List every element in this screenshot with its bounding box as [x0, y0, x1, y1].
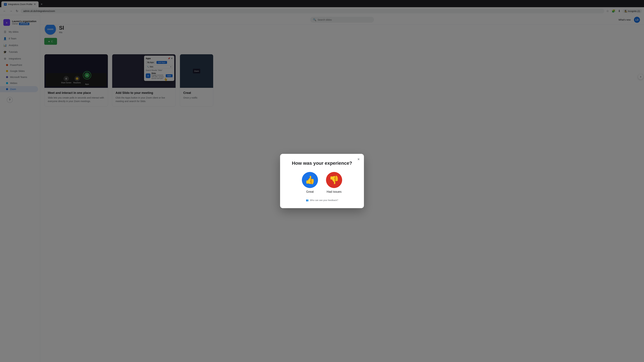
feedback-options: 👍 Great 👎 Had issues: [288, 172, 356, 194]
issues-option[interactable]: 👎 Had issues: [326, 172, 342, 194]
feedback-modal: × How was your experience? 👍 Great 👎 Had…: [280, 154, 364, 208]
feedback-footer-label: Who can see your feedback?: [310, 199, 338, 201]
thumbs-up-icon: 👍: [302, 172, 318, 188]
modal-title: How was your experience?: [288, 161, 356, 166]
feedback-overlay: × How was your experience? 👍 Great 👎 Had…: [0, 0, 644, 362]
great-label: Great: [306, 190, 314, 194]
great-option[interactable]: 👍 Great: [302, 172, 318, 194]
issues-label: Had issues: [326, 190, 342, 194]
modal-close-button[interactable]: ×: [356, 157, 361, 162]
feedback-footer[interactable]: 👥 Who can see your feedback?: [288, 199, 356, 201]
privacy-icon: 👥: [306, 199, 308, 201]
thumbs-down-icon: 👎: [326, 172, 342, 188]
